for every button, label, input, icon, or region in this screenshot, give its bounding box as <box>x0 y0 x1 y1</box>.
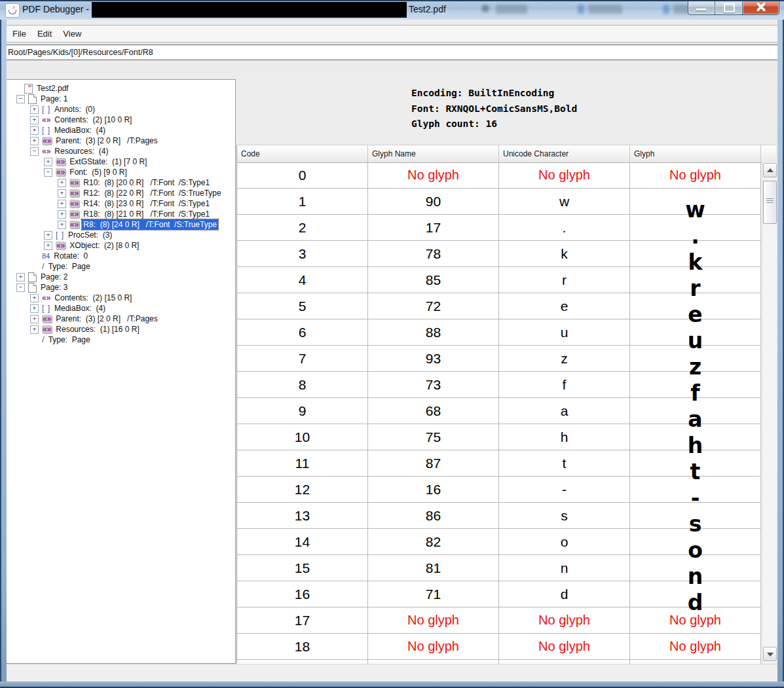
tree-expand-plus-icon[interactable]: + <box>30 116 39 124</box>
unicode-cell[interactable]: s <box>499 503 630 529</box>
glyph-name-cell[interactable]: No glyph <box>368 634 499 660</box>
scroll-up-button[interactable] <box>763 163 777 177</box>
glyph-table-row[interactable]: 1386ss <box>237 503 761 529</box>
unicode-cell[interactable]: t <box>499 450 630 477</box>
code-cell[interactable]: 3 <box>237 241 368 267</box>
glyph-table-row[interactable]: 378kk <box>237 241 761 267</box>
glyph-table-row[interactable]: 1216-- <box>237 477 761 503</box>
code-cell[interactable]: 12 <box>237 477 368 503</box>
tree-item[interactable]: +«»Resources: (1) [16 0 R] <box>6 324 235 335</box>
glyph-name-cell[interactable]: 75 <box>368 424 499 450</box>
glyph-table-row[interactable]: 572ee <box>237 293 761 319</box>
tree-item[interactable]: +[ ]MediaBox: (4) <box>6 125 235 136</box>
code-cell[interactable]: 4 <box>237 267 368 293</box>
tree-expand-plus-icon[interactable]: + <box>30 105 39 114</box>
column-header-glyph-name[interactable]: Glyph Name <box>368 145 499 162</box>
code-cell[interactable]: 7 <box>237 346 368 372</box>
tree-item[interactable]: +«»Contents: (2) [15 0 R] <box>6 293 235 303</box>
tree-item[interactable]: +«»XObject: (2) [8 0 R] <box>6 240 235 251</box>
glyph-table-row[interactable]: 485rr <box>237 267 761 293</box>
tree-item[interactable]: /Type: Page <box>6 335 235 345</box>
tree-expand-minus-icon[interactable]: − <box>16 283 25 292</box>
tree-expand-plus-icon[interactable]: + <box>30 294 39 302</box>
code-cell[interactable]: 16 <box>237 581 368 607</box>
glyph-table-row[interactable]: 1187tt <box>237 450 761 477</box>
glyph-name-cell[interactable]: 72 <box>368 293 499 319</box>
code-cell[interactable]: 9 <box>237 398 368 424</box>
glyph-table-row[interactable]: 1075hh <box>237 424 761 450</box>
code-cell[interactable]: 6 <box>237 319 368 346</box>
tree-item[interactable]: +«»R12: (8) [22 0 R] /T:Font /S:TrueType <box>6 188 235 198</box>
tree-expand-plus-icon[interactable]: + <box>30 137 39 145</box>
code-cell[interactable]: 2 <box>237 215 368 241</box>
unicode-cell[interactable]: No glyph <box>499 634 630 660</box>
unicode-cell[interactable]: d <box>499 581 630 607</box>
glyph-name-cell[interactable]: 90 <box>368 189 499 215</box>
code-cell[interactable]: 18 <box>237 634 368 660</box>
code-cell[interactable]: 15 <box>237 555 368 581</box>
tree-item[interactable]: +«»Parent: (3) [2 0 R] /T:Pages <box>6 314 235 324</box>
minimize-button[interactable] <box>688 0 715 15</box>
tree-item[interactable]: Test2.pdf <box>6 83 235 94</box>
tree-expand-plus-icon[interactable]: + <box>30 325 39 334</box>
tree-item[interactable]: +«»R8: (8) [24 0 R] /T:Font /S:TrueType <box>6 219 235 230</box>
glyph-name-cell[interactable]: 73 <box>368 372 499 398</box>
tree-item[interactable]: +«»R18: (8) [21 0 R] /T:Font /S:Type1 <box>6 209 235 219</box>
glyph-name-cell[interactable]: 78 <box>368 241 499 267</box>
unicode-cell[interactable]: a <box>499 398 630 424</box>
glyph-table-row[interactable]: 17No glyphNo glyphNo glyph <box>237 607 761 634</box>
glyph-table-row[interactable]: 1482oo <box>237 529 761 555</box>
glyph-name-cell[interactable]: 86 <box>368 503 499 529</box>
tree-item[interactable]: /Type: Page <box>6 261 235 272</box>
tree-item[interactable]: +«»R14: (8) [23 0 R] /T:Font /S:Type1 <box>6 198 235 209</box>
unicode-cell[interactable]: k <box>499 241 630 267</box>
unicode-cell[interactable]: h <box>499 424 630 450</box>
tree-expand-plus-icon[interactable]: + <box>44 242 52 250</box>
column-header-glyph[interactable]: Glyph <box>630 145 761 162</box>
code-cell[interactable]: 1 <box>237 189 368 215</box>
pdf-structure-tree[interactable]: Test2.pdf−Page: 1+[ ]Annots: (0)+«»Conte… <box>5 79 236 664</box>
tree-item[interactable]: −Page: 1 <box>6 94 235 104</box>
column-header-unicode-character[interactable]: Unicode Character <box>499 145 630 162</box>
code-cell[interactable]: 5 <box>237 293 368 319</box>
glyph-name-cell[interactable]: 16 <box>368 477 499 503</box>
tree-item[interactable]: 84Rotate: 0 <box>6 251 235 261</box>
glyph-name-cell[interactable]: 88 <box>368 319 499 346</box>
tree-item[interactable]: +[ ]ProcSet: (3) <box>6 230 235 240</box>
tree-expand-plus-icon[interactable]: + <box>44 231 52 240</box>
tree-expand-plus-icon[interactable]: + <box>58 179 66 187</box>
tree-item[interactable]: +«»ExtGState: (1) [7 0 R] <box>6 156 235 167</box>
glyph-name-cell[interactable]: 87 <box>368 450 499 477</box>
unicode-cell[interactable]: - <box>499 477 630 503</box>
unicode-cell[interactable]: No glyph <box>499 607 630 634</box>
code-cell[interactable]: 14 <box>237 529 368 555</box>
unicode-cell[interactable]: r <box>499 267 630 293</box>
unicode-cell[interactable]: z <box>499 346 630 372</box>
glyph-name-cell[interactable]: 71 <box>368 581 499 607</box>
tree-expand-plus-icon[interactable]: + <box>44 158 52 166</box>
unicode-cell[interactable]: o <box>499 529 630 555</box>
glyph-table-row[interactable]: 217.. <box>237 215 761 241</box>
glyph-cell[interactable]: No glyph <box>630 162 761 189</box>
tree-item[interactable]: +[ ]Annots: (0) <box>6 104 235 115</box>
tree-expand-minus-icon[interactable]: − <box>30 147 39 156</box>
glyph-name-cell[interactable]: 68 <box>368 398 499 424</box>
tree-expand-plus-icon[interactable]: + <box>58 189 66 198</box>
tree-item[interactable]: −«»Resources: (4) <box>6 146 235 156</box>
glyph-name-cell[interactable]: 82 <box>368 529 499 555</box>
glyph-name-cell[interactable]: No glyph <box>368 607 499 634</box>
glyph-name-cell[interactable]: 85 <box>368 267 499 293</box>
close-button[interactable] <box>742 0 779 15</box>
glyph-name-cell[interactable]: 17 <box>368 215 499 241</box>
tree-item[interactable]: +[ ]MediaBox: (4) <box>6 303 235 314</box>
tree-item[interactable]: −Page: 3 <box>6 282 235 293</box>
tree-expand-plus-icon[interactable]: + <box>16 273 25 281</box>
unicode-cell[interactable]: . <box>499 215 630 241</box>
tree-expand-plus-icon[interactable]: + <box>30 304 39 313</box>
column-header-code[interactable]: Code <box>237 145 368 162</box>
maximize-button[interactable] <box>715 0 742 15</box>
code-cell[interactable]: 11 <box>237 450 368 477</box>
code-cell[interactable]: 17 <box>237 607 368 634</box>
scrollbar-thumb[interactable] <box>763 181 777 224</box>
glyph-table-row[interactable]: 793zz <box>237 346 761 372</box>
